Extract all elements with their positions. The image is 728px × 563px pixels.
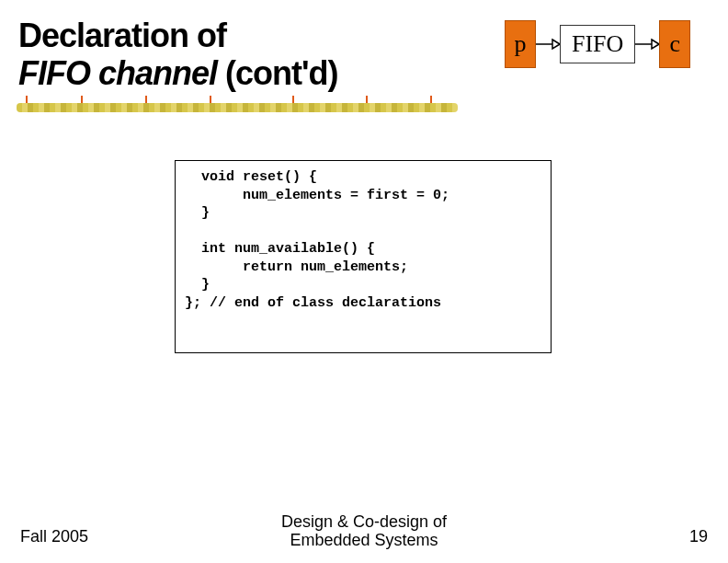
footer-center-line1: Design & Co-design of [281, 512, 447, 531]
fifo-box: FIFO [560, 25, 635, 63]
consumer-label: c [670, 30, 681, 58]
code-block: void reset() { num_elements = first = 0;… [175, 160, 552, 353]
title-italic-part: FIFO channel [18, 54, 217, 92]
producer-label: p [515, 30, 527, 58]
slide-title: Declaration of FIFO channel (cont'd) [18, 17, 515, 93]
footer-center-line2: Embedded Systems [290, 531, 438, 549]
arrow-icon [635, 38, 659, 51]
page-number: 19 [689, 527, 708, 546]
fifo-diagram: p FIFO c [505, 18, 711, 70]
title-plain-part: (cont'd) [217, 54, 338, 92]
footer-center: Design & Co-design of Embedded Systems [0, 512, 728, 550]
consumer-box: c [659, 20, 690, 68]
slide: Declaration of FIFO channel (cont'd) p F… [0, 0, 728, 563]
title-underline-decoration [17, 101, 458, 116]
producer-box: p [505, 20, 536, 68]
fifo-label: FIFO [572, 30, 623, 58]
title-line-2: FIFO channel (cont'd) [18, 54, 515, 92]
title-line-1: Declaration of [18, 17, 515, 54]
svg-marker-1 [552, 40, 560, 49]
arrow-icon [536, 38, 560, 51]
svg-marker-3 [652, 40, 659, 49]
